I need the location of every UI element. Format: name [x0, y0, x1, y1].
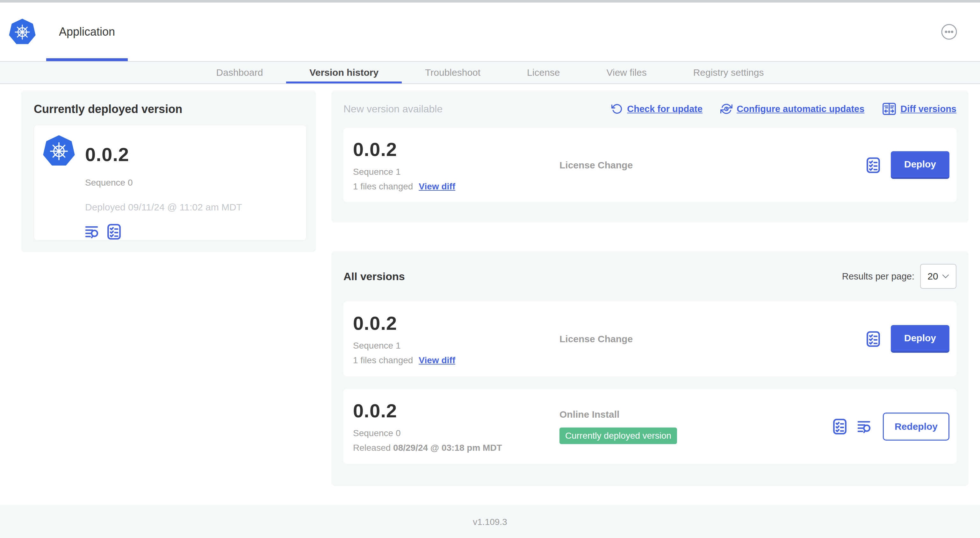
results-per-page-label: Results per page:	[842, 271, 914, 282]
tab-license[interactable]: License	[504, 62, 583, 83]
new-version-label: New version available	[344, 103, 442, 115]
tab-version-history[interactable]: Version history	[286, 62, 402, 83]
view-diff-link[interactable]: View diff	[418, 181, 455, 192]
deploy-logs-button[interactable]	[85, 224, 100, 239]
app-logo	[9, 3, 36, 61]
version-source-label: License Change	[560, 160, 866, 171]
deployed-sequence: Sequence 0	[85, 178, 242, 188]
view-diff-link[interactable]: View diff	[418, 355, 455, 365]
preflight-checks-button[interactable]	[866, 331, 881, 347]
new-version-panel: New version available Check for update	[331, 90, 969, 222]
files-changed-label: 1 files changed	[353, 181, 413, 192]
chevron-down-icon	[942, 274, 949, 279]
kubernetes-icon	[43, 135, 75, 240]
version-sequence: Sequence 0	[353, 428, 560, 438]
tab-registry-settings[interactable]: Registry settings	[670, 62, 787, 83]
console-version: v1.109.3	[473, 517, 507, 527]
currently-deployed-title: Currently deployed version	[34, 103, 307, 116]
deploy-button[interactable]: Deploy	[891, 151, 950, 179]
diff-versions-link[interactable]: Diff versions	[882, 103, 956, 115]
overflow-menu-button[interactable]	[940, 23, 958, 40]
redeploy-button[interactable]: Redeploy	[883, 413, 950, 441]
main-content: Currently deployed version 0.0.2	[0, 84, 980, 486]
preflight-checks-button[interactable]	[866, 157, 881, 173]
files-changed-label: 1 files changed	[353, 355, 413, 365]
tab-dashboard[interactable]: Dashboard	[193, 62, 286, 83]
version-sequence: Sequence 1	[353, 167, 560, 177]
refresh-icon	[611, 103, 623, 114]
currently-deployed-card: 0.0.2 Sequence 0 Deployed 09/11/24 @ 11:…	[34, 125, 307, 241]
checklist-icon	[107, 224, 121, 240]
app-header: Application	[0, 3, 980, 61]
new-version-card: 0.0.2 Sequence 1 1 files changed View di…	[344, 128, 956, 202]
released-timestamp: Released 08/29/24 @ 03:18 pm MDT	[353, 443, 560, 453]
all-versions-panel: All versions Results per page: 20	[331, 251, 969, 486]
preflight-checks-button[interactable]	[107, 224, 121, 240]
version-row: 0.0.2 Sequence 1 1 files changed View di…	[344, 302, 956, 376]
preflight-checks-button[interactable]	[832, 418, 847, 435]
check-for-update-link[interactable]: Check for update	[611, 103, 703, 114]
window-top-edge	[0, 0, 980, 3]
version-number: 0.0.2	[353, 400, 560, 422]
deployed-timestamp: Deployed 09/11/24 @ 11:02 am MDT	[85, 202, 242, 213]
app-tab-label: Application	[59, 25, 115, 38]
currently-deployed-panel: Currently deployed version 0.0.2	[21, 90, 316, 252]
deploy-logs-button[interactable]	[858, 419, 873, 434]
logs-icon	[85, 224, 100, 239]
deploy-button[interactable]: Deploy	[891, 325, 950, 353]
deployed-version-number: 0.0.2	[85, 144, 242, 165]
configure-automatic-updates-link[interactable]: Configure automatic updates	[720, 103, 864, 115]
logs-icon	[858, 419, 873, 434]
auto-update-clock-icon	[720, 103, 732, 115]
diff-icon	[882, 103, 896, 115]
app-tab-application[interactable]: Application	[46, 3, 128, 61]
currently-deployed-badge: Currently deployed version	[560, 427, 677, 444]
version-number: 0.0.2	[353, 312, 560, 334]
checklist-icon	[866, 331, 881, 347]
version-source-label: License Change	[560, 333, 866, 344]
checklist-icon	[866, 157, 881, 173]
version-source-label: Online Install	[560, 409, 832, 420]
results-per-page-select[interactable]: 20	[920, 264, 956, 289]
app-footer: v1.109.3	[0, 505, 980, 538]
version-sequence: Sequence 1	[353, 341, 560, 351]
kubernetes-icon	[9, 19, 36, 45]
version-row: 0.0.2 Sequence 0 Released 08/29/24 @ 03:…	[344, 389, 956, 464]
all-versions-title: All versions	[344, 270, 405, 283]
tab-troubleshoot[interactable]: Troubleshoot	[402, 62, 504, 83]
version-number: 0.0.2	[353, 138, 560, 160]
secondary-nav: Dashboard Version history Troubleshoot L…	[0, 61, 980, 84]
checklist-icon	[832, 418, 847, 435]
tab-view-files[interactable]: View files	[583, 62, 670, 83]
ellipsis-icon	[940, 23, 958, 40]
